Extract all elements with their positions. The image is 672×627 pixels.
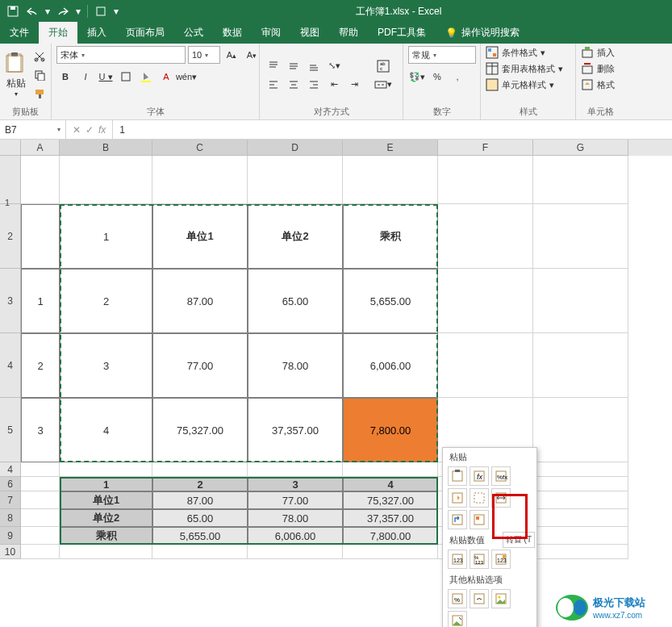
cell[interactable] <box>343 462 438 477</box>
cell[interactable] <box>533 204 628 269</box>
row-header[interactable]: 4 <box>0 462 21 477</box>
cell[interactable]: 75,327.00 <box>152 398 248 462</box>
cell[interactable]: 2 <box>152 477 248 491</box>
cell[interactable]: 4 <box>60 398 152 462</box>
formula-input[interactable]: 1 <box>113 124 672 136</box>
cell[interactable]: 6,006.00 <box>343 333 438 398</box>
paste-picture-icon[interactable] <box>491 589 511 608</box>
align-center-icon[interactable] <box>285 77 303 93</box>
redo-icon[interactable] <box>55 3 71 19</box>
cell[interactable] <box>21 509 60 527</box>
cell[interactable]: 77.00 <box>248 491 343 509</box>
row-header[interactable]: 7 <box>0 491 21 509</box>
paste-linked-picture-icon[interactable] <box>448 611 467 627</box>
fill-color-button[interactable] <box>137 69 155 85</box>
increase-indent-icon[interactable]: ⇥ <box>345 77 363 93</box>
tab-tell-me[interactable]: 💡 操作说明搜索 <box>436 22 529 44</box>
format-as-table-button[interactable]: 套用表格格式 ▾ <box>486 62 563 75</box>
orientation-icon[interactable]: ⤡▾ <box>325 58 343 74</box>
cut-icon[interactable] <box>31 48 48 65</box>
cell[interactable]: 单位1 <box>152 204 248 269</box>
cell[interactable] <box>248 462 343 477</box>
cell[interactable] <box>533 545 628 559</box>
cell[interactable] <box>21 204 60 269</box>
cell[interactable] <box>533 333 628 398</box>
align-bottom-icon[interactable] <box>305 58 323 74</box>
cell[interactable]: 65.00 <box>152 509 248 527</box>
wrap-text-button[interactable]: abc <box>371 58 395 74</box>
row-header[interactable] <box>0 156 21 204</box>
col-header[interactable]: D <box>248 140 343 156</box>
col-header[interactable]: E <box>343 140 438 156</box>
cell[interactable]: 78.00 <box>248 333 343 398</box>
row-header[interactable]: 8 <box>0 509 21 527</box>
conditional-format-button[interactable]: 条件格式 ▾ <box>486 46 545 59</box>
cell[interactable] <box>533 527 628 545</box>
format-painter-icon[interactable] <box>31 86 48 102</box>
cell[interactable] <box>152 462 248 477</box>
col-header[interactable]: G <box>533 140 628 156</box>
col-header[interactable]: C <box>152 140 248 156</box>
cell[interactable] <box>533 509 628 527</box>
spreadsheet-grid[interactable]: A B C D E F G 1 2 1 单位1 单位2 乘积 3 1 2 87.… <box>0 140 672 559</box>
font-name-combo[interactable]: 宋体▾ <box>56 46 186 64</box>
cell[interactable]: 4 <box>343 477 438 491</box>
cell[interactable] <box>533 477 628 491</box>
paste-values-number-icon[interactable]: %123 <box>470 550 489 569</box>
bold-button[interactable]: B <box>56 69 74 85</box>
paste-no-borders-icon[interactable] <box>470 488 489 508</box>
cell[interactable] <box>60 462 152 477</box>
tab-pdf[interactable]: PDF工具集 <box>368 22 436 44</box>
paste-values-icon[interactable]: 123 <box>448 550 467 569</box>
paste-link-icon[interactable] <box>470 589 489 608</box>
col-header[interactable]: A <box>21 140 60 156</box>
cell[interactable] <box>21 462 60 477</box>
cell[interactable] <box>152 156 248 204</box>
cell-styles-button[interactable]: 单元格样式 ▾ <box>486 78 554 91</box>
cell[interactable]: 2 <box>21 333 60 398</box>
tab-home[interactable]: 开始 <box>39 22 77 44</box>
enter-icon[interactable]: ✓ <box>86 124 94 136</box>
cell[interactable]: 5,655.00 <box>343 269 438 333</box>
cell[interactable]: 3 <box>21 398 60 462</box>
tab-data[interactable]: 数据 <box>213 22 252 44</box>
tab-file[interactable]: 文件 <box>0 22 39 44</box>
col-header[interactable]: B <box>60 140 152 156</box>
comma-icon[interactable]: , <box>449 69 466 85</box>
cell[interactable] <box>21 156 60 204</box>
row-header[interactable]: 6 <box>0 477 21 491</box>
cell[interactable]: 75,327.00 <box>343 491 438 509</box>
paste-all-icon[interactable] <box>448 466 467 486</box>
cell[interactable]: 37,357.00 <box>343 509 438 527</box>
row-header[interactable]: 9 <box>0 527 21 545</box>
align-right-icon[interactable] <box>305 77 323 93</box>
chevron-down-icon[interactable]: ▾ <box>44 3 52 19</box>
font-color-button[interactable]: A <box>157 69 175 85</box>
cell[interactable]: 2 <box>60 269 152 333</box>
cell[interactable]: 77.00 <box>152 333 248 398</box>
cell[interactable] <box>60 156 152 204</box>
cell[interactable]: 7,800.00 <box>343 527 438 545</box>
cell[interactable]: 1 <box>21 269 60 333</box>
phonetic-button[interactable]: wén ▾ <box>177 69 195 85</box>
row-header[interactable]: 2 <box>0 204 21 269</box>
cell[interactable] <box>533 156 628 204</box>
row-header[interactable]: 4 <box>0 333 21 398</box>
cell[interactable]: 37,357.00 <box>248 398 343 462</box>
cell[interactable]: 5,655.00 <box>152 527 248 545</box>
tab-layout[interactable]: 页面布局 <box>116 22 174 44</box>
name-box[interactable]: B7▾ <box>0 120 66 139</box>
merge-button[interactable]: ▾ <box>371 77 395 93</box>
tab-formulas[interactable]: 公式 <box>174 22 213 44</box>
align-middle-icon[interactable] <box>285 58 303 74</box>
row-header[interactable]: 3 <box>0 269 21 333</box>
cell[interactable]: 1 <box>60 477 152 491</box>
cell[interactable] <box>21 527 60 545</box>
paste-button[interactable]: 粘贴 ▾ <box>5 52 27 98</box>
paste-keep-width-icon[interactable] <box>491 488 511 508</box>
cell[interactable]: 1 <box>60 204 152 269</box>
delete-cells-button[interactable]: 删除 <box>581 62 615 75</box>
cell[interactable] <box>248 156 343 204</box>
border-button[interactable] <box>117 69 135 85</box>
cell[interactable]: 6,006.00 <box>248 527 343 545</box>
